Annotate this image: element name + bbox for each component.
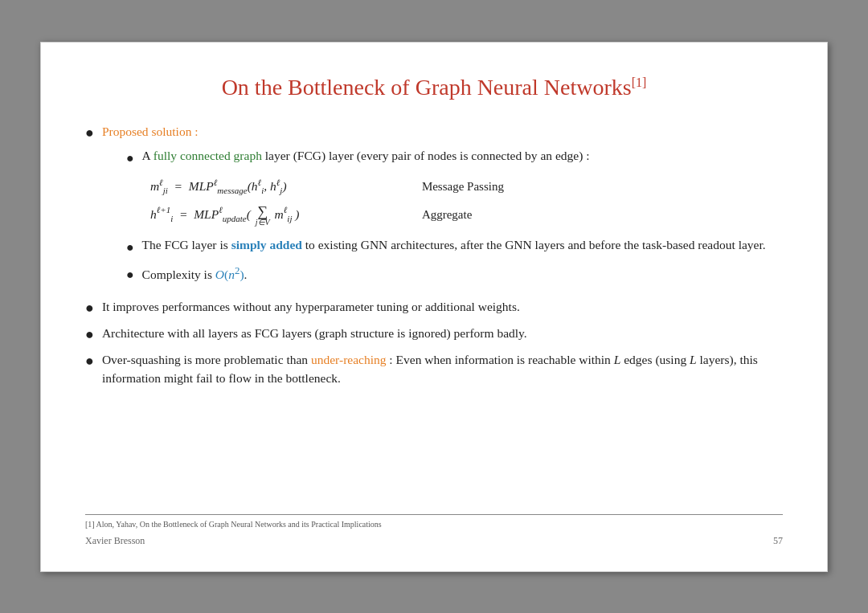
bullet-4-text: Over-squashing is more problematic than … <box>102 351 783 387</box>
footnote-area: [1] Alon, Yahav, On the Bottleneck of Gr… <box>85 514 783 529</box>
under-reaching-text: under-reaching <box>311 353 387 366</box>
bullet-3: ● Architecture with all layers as FCG la… <box>85 325 783 343</box>
bullet-4: ● Over-squashing is more problematic tha… <box>85 351 783 387</box>
equation-2-label: Aggregate <box>422 206 472 224</box>
bullet-1b-text: The FCG layer is simply added to existin… <box>142 236 766 254</box>
bullet-3-text: Architecture with all layers as FCG laye… <box>102 325 527 342</box>
bullet-2: ● It improves performances without any h… <box>85 298 783 317</box>
title-ref: [1] <box>632 75 647 88</box>
simply-added-suffix: to existing GNN architectures, after the… <box>302 238 766 251</box>
bullet4-prefix: Over-squashing is more problematic than <box>102 353 311 366</box>
proposed-solution-label: Proposed solution : <box>102 125 199 138</box>
slide-footer: Xavier Bresson 57 <box>85 535 783 547</box>
bullet-1c: ● Complexity is O(n2). <box>126 264 766 284</box>
complexity-prefix: Complexity is <box>142 268 215 281</box>
simply-added-prefix: The FCG layer is <box>142 238 231 251</box>
slide-title: On the Bottleneck of Graph Neural Networ… <box>85 75 783 100</box>
bullet-dot-1: ● <box>85 125 94 141</box>
complexity-on-text: O(n2) <box>215 268 244 281</box>
bullet-dot-3: ● <box>85 326 94 343</box>
bullet4-suffix: : Even when information is reachable wit… <box>386 353 613 366</box>
slide: On the Bottleneck of Graph Neural Networ… <box>40 42 828 572</box>
simply-added-text: simply added <box>231 238 302 251</box>
footnote-text: [1] Alon, Yahav, On the Bottleneck of Gr… <box>85 520 783 529</box>
bullet-1: ● Proposed solution : ● A fully connecte… <box>85 123 783 291</box>
complexity-suffix: . <box>244 268 248 281</box>
bullet-1b: ● The FCG layer is simply added to exist… <box>126 236 766 256</box>
equation-1-math: mℓji = MLPℓmessage(hℓi, hℓj) <box>150 177 407 198</box>
bullet-dot-2: ● <box>85 300 94 317</box>
fully-connected-graph-text: fully connected graph <box>154 149 262 162</box>
equation-1-label: Message Passing <box>422 178 504 196</box>
bullet-2-text: It improves performances without any hyp… <box>102 298 520 316</box>
bullet-dot-4: ● <box>85 353 94 370</box>
bullet-1a-text: A fully connected graph layer (FCG) laye… <box>142 147 590 165</box>
bullet-1c-text: Complexity is O(n2). <box>142 264 248 284</box>
fcg-prefix: A <box>142 149 154 162</box>
bullet-dot-1b: ● <box>126 238 134 256</box>
equation-2-math: hℓ+1i = MLPℓupdate( ∑ j∈V mℓij ) <box>150 204 407 227</box>
equation-2-row: hℓ+1i = MLPℓupdate( ∑ j∈V mℓij ) Aggrega… <box>150 204 472 227</box>
bullet-1-text: Proposed solution : ● A fully connected … <box>102 123 766 291</box>
bullet-dot-1a: ● <box>126 149 134 167</box>
bullet4-middle: edges (using <box>620 353 690 366</box>
title-text: On the Bottleneck of Graph Neural Networ… <box>222 75 632 100</box>
fcg-suffix: layer (FCG) layer (every pair of nodes i… <box>262 149 590 162</box>
bullet-dot-1c: ● <box>126 265 134 284</box>
bullet4-L2: L <box>690 353 697 366</box>
slide-content: ● Proposed solution : ● A fully connecte… <box>85 123 783 500</box>
bullet-1a: ● A fully connected graph layer (FCG) la… <box>126 147 766 167</box>
footer-author: Xavier Bresson <box>85 535 145 547</box>
equations-block: mℓji = MLPℓmessage(hℓi, hℓj) Message Pas… <box>150 177 766 227</box>
equation-1-row: mℓji = MLPℓmessage(hℓi, hℓj) Message Pas… <box>150 177 504 198</box>
footer-page: 57 <box>773 535 783 547</box>
